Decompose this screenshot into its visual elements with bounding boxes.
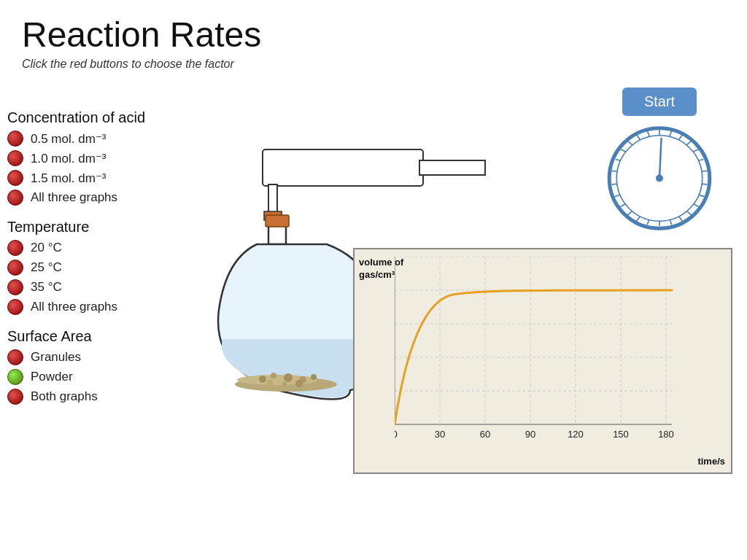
concentration-option-2[interactable]: 1.0 mol. dm⁻³ [7, 150, 182, 166]
page-title: Reaction Rates [0, 0, 747, 55]
red-dot-icon[interactable] [7, 131, 23, 147]
svg-text:120: 120 [568, 429, 584, 440]
svg-text:90: 90 [525, 429, 535, 440]
red-dot-icon[interactable] [7, 170, 23, 186]
svg-text:0: 0 [395, 429, 398, 440]
gauge-clock [594, 123, 725, 233]
surface-area-option-both[interactable]: Both graphs [7, 389, 182, 405]
red-dot-icon[interactable] [7, 349, 23, 365]
surface-area-label-2: Powder [31, 370, 73, 384]
red-dot-icon[interactable] [7, 299, 23, 315]
svg-point-38 [259, 376, 266, 383]
temperature-option-all[interactable]: All three graphs [7, 299, 182, 315]
temperature-label-all: All three graphs [31, 300, 117, 314]
page-subtitle: Click the red buttons to choose the fact… [0, 55, 747, 78]
temperature-option-3[interactable]: 35 °C [7, 279, 182, 295]
gauge-panel: Start [587, 88, 732, 233]
svg-rect-35 [266, 215, 289, 227]
concentration-label-all: All three graphs [31, 190, 117, 205]
surface-area-option-1[interactable]: Granules [7, 349, 182, 365]
concentration-section-title: Concentration of acid [7, 109, 182, 126]
graph-panel: volume ofgas/cm³ time/s 0 2 4 6 8 10 0 3… [353, 248, 732, 474]
svg-point-45 [295, 380, 303, 387]
factor-selection-panel: Concentration of acid 0.5 mol. dm⁻³ 1.0 … [0, 102, 182, 408]
red-dot-icon[interactable] [7, 389, 23, 405]
red-dot-icon[interactable] [7, 150, 23, 166]
red-dot-icon[interactable] [7, 240, 23, 256]
concentration-label-1: 0.5 mol. dm⁻³ [31, 131, 106, 147]
concentration-label-3: 1.5 mol. dm⁻³ [31, 171, 106, 186]
svg-rect-30 [263, 149, 423, 186]
red-dot-icon[interactable] [7, 260, 23, 276]
surface-area-label-both: Both graphs [31, 389, 98, 404]
start-button[interactable]: Start [622, 88, 697, 116]
concentration-label-2: 1.0 mol. dm⁻³ [31, 151, 106, 166]
temperature-label-2: 25 °C [31, 260, 62, 275]
graph-svg: 0 2 4 6 8 10 0 30 60 90 120 150 180 [395, 257, 723, 454]
red-dot-icon[interactable] [7, 190, 23, 206]
temperature-label-1: 20 °C [31, 241, 62, 255]
svg-point-44 [282, 382, 287, 386]
concentration-option-3[interactable]: 1.5 mol. dm⁻³ [7, 170, 182, 186]
svg-point-39 [271, 373, 276, 378]
green-dot-icon[interactable] [7, 369, 23, 385]
concentration-option-all[interactable]: All three graphs [7, 190, 182, 206]
red-dot-icon[interactable] [7, 279, 23, 295]
surface-area-option-2[interactable]: Powder [7, 369, 182, 385]
graph-x-label: time/s [697, 456, 725, 467]
svg-point-43 [267, 380, 273, 386]
surface-area-section-title: Surface Area [7, 328, 182, 345]
svg-rect-31 [419, 160, 485, 175]
svg-text:60: 60 [480, 429, 490, 440]
svg-point-42 [311, 374, 317, 380]
svg-point-40 [284, 373, 293, 382]
temperature-section-title: Temperature [7, 219, 182, 236]
svg-text:30: 30 [435, 429, 445, 440]
temperature-option-2[interactable]: 25 °C [7, 260, 182, 276]
svg-text:180: 180 [658, 429, 674, 440]
temperature-option-1[interactable]: 20 °C [7, 240, 182, 256]
svg-rect-32 [268, 184, 277, 214]
temperature-label-3: 35 °C [31, 280, 62, 295]
concentration-option-1[interactable]: 0.5 mol. dm⁻³ [7, 131, 182, 147]
svg-text:150: 150 [613, 429, 629, 440]
surface-area-label-1: Granules [31, 350, 81, 365]
